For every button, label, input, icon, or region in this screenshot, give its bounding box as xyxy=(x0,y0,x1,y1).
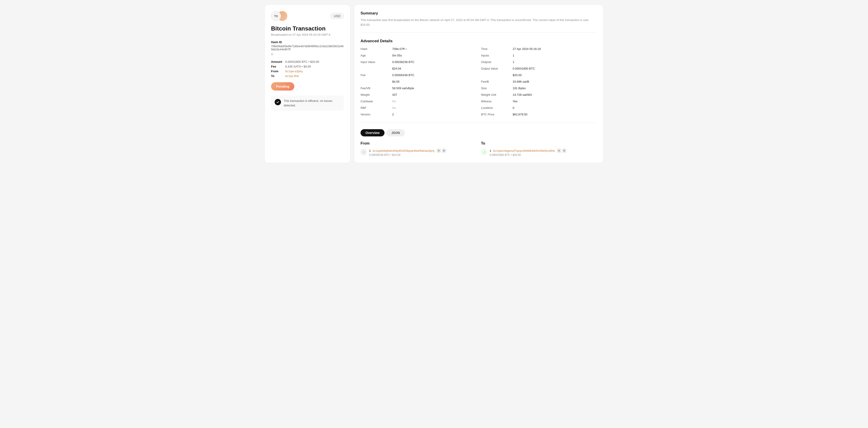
detail-row-size: Size 191 Bytes xyxy=(481,85,597,92)
to-copy-icon[interactable]: ⧉ xyxy=(557,149,561,153)
detail-val-fee-btc: 0.00006436 BTC xyxy=(392,72,476,78)
fee-value: 6,436 SATS • $4.05 xyxy=(285,65,344,68)
detail-row-age: Age 0m 55s xyxy=(361,52,476,59)
detail-val-feeb: 33.696 sat/B xyxy=(513,78,597,85)
pending-button[interactable]: Pending xyxy=(271,82,294,91)
usd-badge: USD xyxy=(330,13,344,19)
detail-row-outputs: Outputs 1 xyxy=(481,59,597,65)
tab-json[interactable]: JSON xyxy=(386,129,405,136)
from-item-num: 1 xyxy=(369,149,371,153)
from-item-icons: ⧉ ⊞ xyxy=(437,149,446,153)
detail-key-witness: Witness xyxy=(481,98,513,105)
detail-key-age: Age xyxy=(361,52,392,59)
detail-row-output-val: Output Value 0.00031800 BTC xyxy=(481,65,597,72)
tx-icon-wrap: TX xyxy=(271,11,287,21)
details-two-col: Hash 708e-07ff ⧉ Age 0m 55s Input Value xyxy=(361,45,597,118)
hash-value: 708e59ab93bdfe71d0ee4d7afd949f09cc2c9a2c… xyxy=(271,45,344,56)
from-grid-icon[interactable]: ⊞ xyxy=(442,149,446,153)
detail-key-size: Size xyxy=(481,85,513,92)
to-section-label: To xyxy=(481,141,597,145)
detail-key-rbf: RBF xyxy=(361,105,392,111)
detail-val-hash: 708e-07ff ⧉ xyxy=(392,45,476,52)
to-item-content: 1 bc1qstcn6qpmuf7qzqc36l4664dh5n5tfe0mxl… xyxy=(490,149,566,157)
to-label: To xyxy=(271,74,282,78)
detail-val-locktime: 0 xyxy=(513,105,597,111)
detail-val-time: 27 Apr 2024 05:16:19 xyxy=(513,45,597,52)
efficient-notice: This transaction is efficient, no issues… xyxy=(271,96,344,111)
amount-value: 0.00031800 BTC • $20.00 xyxy=(285,60,344,63)
to-address[interactable]: bc1qs-lfrte xyxy=(285,74,344,78)
efficient-text: This transaction is efficient, no issues… xyxy=(284,99,340,107)
detail-key-fee: Fee xyxy=(361,72,392,78)
detail-row-fee-btc: Fee 0.00006436 BTC xyxy=(361,72,476,78)
hash-label: Hash ID xyxy=(271,40,344,44)
from-item-amount: 0.00038236 BTC • $24.04 xyxy=(369,153,446,157)
detail-row-rbf: RBF No xyxy=(361,105,476,111)
detail-key-locktime: Locktime xyxy=(481,105,513,111)
from-copy-icon[interactable]: ⧉ xyxy=(437,149,441,153)
hash-copy-icon[interactable]: ⧉ xyxy=(271,53,273,56)
detail-key-version: Version xyxy=(361,111,392,118)
from-label: From xyxy=(271,70,282,73)
detail-key-input-value: Input Value xyxy=(361,59,392,65)
from-arrow-icon: ← xyxy=(361,149,367,155)
detail-row-feevb: Fee/VB 58.509 sat/vByte xyxy=(361,85,476,92)
to-item-address[interactable]: bc1qstcn6qpmuf7qzqc36l4664dh5n5tfe0mxlfr… xyxy=(493,149,555,153)
detail-key-hash: Hash xyxy=(361,45,392,52)
detail-val-fee-usd: $4.05 xyxy=(392,78,476,85)
amount-label: Amount xyxy=(271,60,282,63)
detail-val-outputs: 1 xyxy=(513,59,597,65)
detail-val-input-usd: $24.04 xyxy=(392,65,476,72)
detail-row-fee-usd: $4.05 xyxy=(361,78,476,85)
detail-val-input-btc: 0.00038236 BTC xyxy=(392,59,476,65)
to-section: To → 1 bc1qstcn6qpmuf7qzqc36l4664dh5n5tf… xyxy=(481,141,597,157)
detail-row-weight-unit: Weight Unit 14.728 sat/WU xyxy=(481,92,597,98)
detail-key-weight-unit: Weight Unit xyxy=(481,92,513,98)
tabs-row: Overview JSON xyxy=(361,129,597,136)
meta-grid: Amount 0.00031800 BTC • $20.00 Fee 6,436… xyxy=(271,60,344,78)
from-item-content: 1 bc1qwld4qftwknthkpf0v059qxqr46ahflahaa… xyxy=(369,149,446,157)
to-item-num: 1 xyxy=(490,149,491,153)
tx-header: TX USD xyxy=(271,11,344,21)
to-item-icons: ⧉ ⊞ xyxy=(557,149,566,153)
advanced-title: Advanced Details xyxy=(361,39,597,43)
summary-title: Summary xyxy=(361,11,597,15)
from-section: From ← 1 bc1qwld4qftwknthkpf0v059qxqr46a… xyxy=(361,141,476,157)
detail-row-inputs: Inputs 1 xyxy=(481,52,597,59)
detail-row-coinbase: Coinbase No xyxy=(361,98,476,105)
to-grid-icon[interactable]: ⊞ xyxy=(562,149,566,153)
detail-key-feevb: Fee/VB xyxy=(361,85,392,92)
detail-val-feevb: 58.509 sat/vByte xyxy=(392,85,476,92)
advanced-details-section: Advanced Details Hash 708e-07ff ⧉ xyxy=(361,39,597,123)
detail-row-time: Time 27 Apr 2024 05:16:19 xyxy=(481,45,597,52)
tx-title: Bitcoin Transaction xyxy=(271,25,344,32)
summary-text: This transaction was first broadcasted o… xyxy=(361,18,597,27)
detail-row-input-usd: $24.04 xyxy=(361,65,476,72)
detail-row-btc-price: BTC Price $62,879.50 xyxy=(481,111,597,118)
left-panel: TX USD Bitcoin Transaction Broadcasted o… xyxy=(265,4,350,163)
hash-mini-copy-icon[interactable]: ⧉ xyxy=(405,48,407,51)
from-item-address[interactable]: bc1qwld4qftwknthkpf0v059qxqr46ahflahaa3p… xyxy=(373,149,435,153)
detail-row-locktime: Locktime 0 xyxy=(481,105,597,111)
tab-overview[interactable]: Overview xyxy=(361,129,384,136)
to-arrow-icon: → xyxy=(481,149,487,155)
detail-row-witness: Witness Yes xyxy=(481,98,597,105)
detail-row-input-val: Input Value 0.00038236 BTC xyxy=(361,59,476,65)
detail-key-inputs: Inputs xyxy=(481,52,513,59)
detail-val-weight-unit: 14.728 sat/WU xyxy=(513,92,597,98)
detail-key-btc-price: BTC Price xyxy=(481,111,513,118)
from-address[interactable]: bc1qw-a3phy xyxy=(285,70,344,73)
detail-val-coinbase: No xyxy=(392,98,476,105)
detail-val-version: 2 xyxy=(392,111,476,118)
details-right-col: Time 27 Apr 2024 05:16:19 Inputs 1 Outpu… xyxy=(481,45,597,118)
detail-val-age: 0m 55s xyxy=(392,52,476,59)
check-icon xyxy=(275,99,281,105)
details-left-col: Hash 708e-07ff ⧉ Age 0m 55s Input Value xyxy=(361,45,476,118)
detail-key-coinbase: Coinbase xyxy=(361,98,392,105)
fee-label: Fee xyxy=(271,65,282,68)
detail-key-weight: Weight xyxy=(361,92,392,98)
detail-val-btc-price: $62,879.50 xyxy=(513,111,597,118)
from-to-grid: From ← 1 bc1qwld4qftwknthkpf0v059qxqr46a… xyxy=(361,141,597,157)
detail-row-version: Version 2 xyxy=(361,111,476,118)
main-container: TX USD Bitcoin Transaction Broadcasted o… xyxy=(265,4,603,163)
